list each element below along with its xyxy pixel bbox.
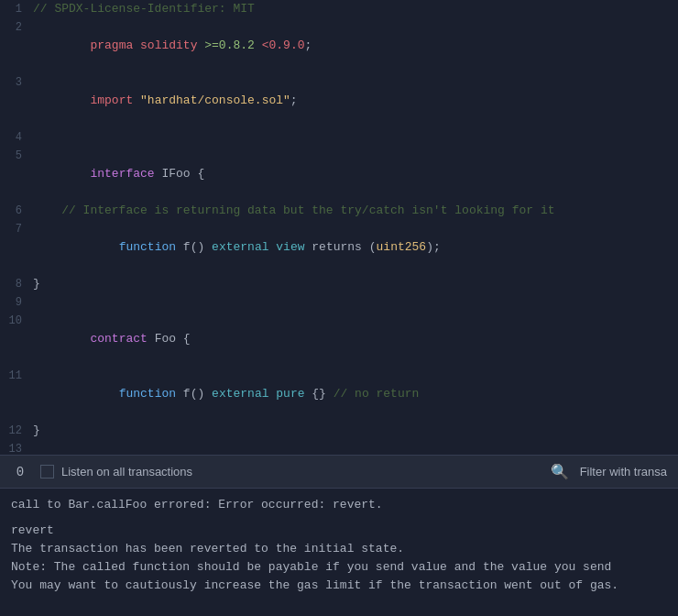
gas-line: You may want to cautiously increase the …: [11, 577, 667, 595]
code-line-13: 13: [0, 440, 678, 455]
code-line-2: 2 pragma solidity >=0.8.2 <0.9.0;: [0, 18, 678, 73]
code-lines: 1 // SPDX-License-Identifier: MIT 2 prag…: [0, 0, 678, 455]
console-output: call to Bar.callFoo errored: Error occur…: [0, 488, 678, 616]
code-line-7: 7 function f() external view returns (ui…: [0, 220, 678, 275]
code-line-1: 1 // SPDX-License-Identifier: MIT: [0, 0, 678, 18]
listen-checkbox[interactable]: [40, 465, 54, 478]
toolbar: 0 Listen on all transactions 🔍 Filter wi…: [0, 455, 678, 488]
code-line-6: 6 // Interface is returning data but the…: [0, 202, 678, 220]
code-editor: 1 // SPDX-License-Identifier: MIT 2 prag…: [0, 0, 678, 455]
console-error-text: call to Bar.callFoo errored: Error occur…: [11, 498, 383, 512]
code-line-9: 9: [0, 293, 678, 312]
listen-label: Listen on all transactions: [61, 465, 192, 478]
revert-label: revert: [11, 522, 667, 540]
code-line-10: 10 contract Foo {: [0, 312, 678, 367]
filter-label: Filter with transa: [580, 465, 667, 478]
revert-detail: The transaction has been reverted to the…: [11, 540, 667, 558]
console-revert-block: revert The transaction has been reverted…: [11, 522, 667, 595]
note-line: Note: The called function should be paya…: [11, 558, 667, 577]
code-line-4: 4: [0, 128, 678, 147]
code-line-12: 12 }: [0, 422, 678, 440]
code-line-5: 5 interface IFoo {: [0, 147, 678, 202]
code-line-11: 11 function f() external pure {} // no r…: [0, 367, 678, 422]
code-line-3: 3 import "hardhat/console.sol";: [0, 73, 678, 128]
transaction-count: 0: [11, 465, 29, 479]
search-icon[interactable]: 🔍: [551, 463, 569, 481]
code-line-8: 8 }: [0, 275, 678, 293]
listen-checkbox-area[interactable]: Listen on all transactions: [40, 465, 192, 478]
console-error-line: call to Bar.callFoo errored: Error occur…: [11, 496, 667, 514]
